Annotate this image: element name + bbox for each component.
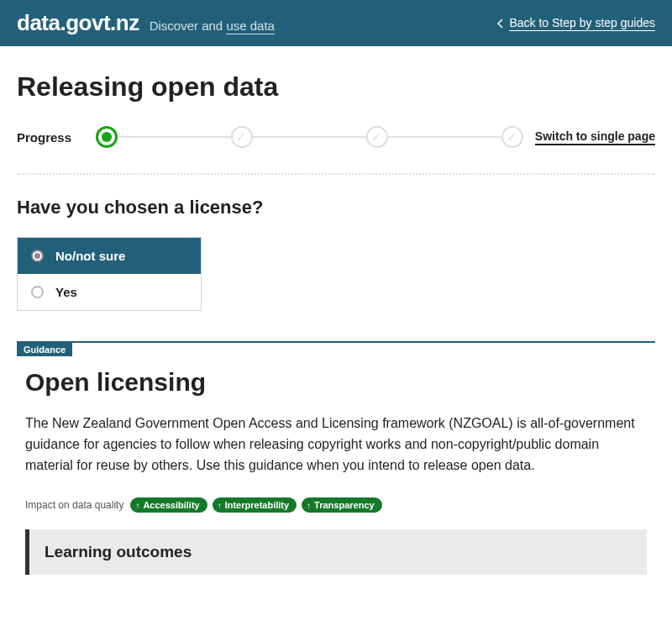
license-radio-group: No/not sure Yes xyxy=(17,237,202,311)
progress-line xyxy=(253,136,366,138)
impact-row: Impact on data quality ↑Accessibility ↑I… xyxy=(25,497,647,513)
guidance-section: Guidance Open licensing The New Zealand … xyxy=(17,341,655,575)
back-link-label: Back to Step by step guides xyxy=(509,16,655,31)
site-title[interactable]: data.govt.nz xyxy=(17,10,139,36)
progress-step-1[interactable] xyxy=(96,126,118,148)
radio-label-yes: Yes xyxy=(55,285,77,299)
dot-icon xyxy=(102,132,112,142)
pill-label: Interpretability xyxy=(225,500,289,510)
guidance-title: Open licensing xyxy=(25,368,647,397)
radio-option-no[interactable]: No/not sure xyxy=(18,238,201,274)
progress-step-3[interactable]: ✓ xyxy=(366,126,388,148)
progress-line xyxy=(118,136,231,138)
chevron-left-icon xyxy=(496,18,504,29)
switch-single-page-link[interactable]: Switch to single page xyxy=(535,129,655,145)
radio-icon xyxy=(31,250,44,262)
pill-transparency: ↑Transparency xyxy=(302,497,382,513)
pill-label: Transparency xyxy=(314,500,375,510)
back-link[interactable]: Back to Step by step guides xyxy=(496,16,655,31)
progress-step-4[interactable]: ✓ xyxy=(501,126,523,148)
question-heading: Have you chosen a license? xyxy=(17,197,655,218)
radio-label-no: No/not sure xyxy=(55,249,125,263)
guidance-tag: Guidance xyxy=(17,343,72,356)
check-icon: ✓ xyxy=(507,129,517,145)
impact-label: Impact on data quality xyxy=(25,499,123,511)
divider xyxy=(17,173,655,175)
check-icon: ✓ xyxy=(236,129,247,145)
progress-track: ✓ ✓ ✓ xyxy=(96,126,523,148)
pill-interpretability: ↑Interpretability xyxy=(213,497,297,513)
arrow-up-icon: ↑ xyxy=(307,501,311,510)
header-left: data.govt.nz Discover and use data xyxy=(17,10,275,36)
radio-option-yes[interactable]: Yes xyxy=(18,274,201,310)
pill-accessibility: ↑Accessibility xyxy=(130,497,207,513)
site-header: data.govt.nz Discover and use data Back … xyxy=(0,0,672,46)
progress-line xyxy=(388,136,501,138)
tagline: Discover and use data xyxy=(150,18,275,33)
pill-label: Accessibility xyxy=(143,500,199,510)
progress-step-2[interactable]: ✓ xyxy=(231,126,253,148)
arrow-up-icon: ↑ xyxy=(135,501,139,510)
arrow-up-icon: ↑ xyxy=(218,501,222,510)
guidance-body: The New Zealand Government Open Access a… xyxy=(25,413,647,476)
page-title: Releasing open data xyxy=(17,71,655,103)
tagline-prefix: Discover and xyxy=(150,18,227,33)
main-container: Releasing open data Progress ✓ ✓ ✓ Switc… xyxy=(0,46,672,600)
check-icon: ✓ xyxy=(371,129,382,145)
radio-icon xyxy=(31,286,44,298)
progress-row: Progress ✓ ✓ ✓ Switch to single page xyxy=(17,126,655,148)
progress-label: Progress xyxy=(17,130,84,145)
learning-outcomes-box: Learning outcomes xyxy=(25,529,647,575)
tagline-link[interactable]: use data xyxy=(226,18,275,34)
learning-outcomes-title: Learning outcomes xyxy=(45,543,632,561)
